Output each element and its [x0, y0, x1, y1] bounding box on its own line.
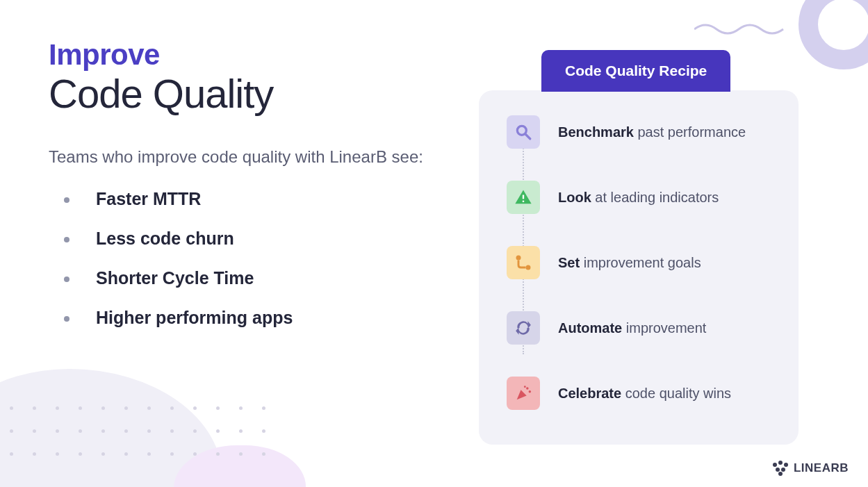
- brand-text: LINEARB: [794, 461, 849, 475]
- alert-icon: [507, 181, 540, 214]
- step-text: Celebrate code quality wins: [558, 386, 731, 402]
- svg-point-6: [526, 387, 529, 390]
- svg-rect-2: [523, 195, 524, 199]
- recipe-step: Look at leading indicators: [507, 181, 773, 214]
- svg-point-7: [529, 390, 532, 393]
- svg-point-8: [524, 386, 526, 388]
- decorative-dots: [10, 406, 265, 456]
- step-text: Automate improvement: [558, 320, 706, 336]
- recipe-step: Set improvement goals: [507, 246, 773, 279]
- heading-subtext: Teams who improve code quality with Line…: [49, 146, 424, 168]
- list-item: Less code churn: [79, 229, 424, 249]
- recipe-card: Code Quality Recipe Benchmark past perfo…: [479, 90, 799, 445]
- svg-point-5: [526, 265, 531, 270]
- heading-eyebrow: Improve: [49, 38, 424, 72]
- route-icon: [507, 246, 540, 279]
- magnify-icon: [507, 115, 540, 149]
- recipe-step: Automate improvement: [507, 311, 773, 345]
- recipe-tab: Code Quality Recipe: [541, 50, 730, 92]
- confetti-icon: [507, 377, 540, 410]
- svg-line-1: [525, 134, 530, 139]
- recipe-step: Benchmark past performance: [507, 115, 773, 149]
- recipe-steps: Benchmark past performance Look at leadi…: [479, 90, 799, 410]
- decorative-wave: [694, 22, 785, 36]
- recipe-step: Celebrate code quality wins: [507, 377, 773, 410]
- list-item: Faster MTTR: [79, 189, 424, 209]
- list-item: Higher performing apps: [79, 308, 424, 328]
- brand-mark: LINEARB: [773, 461, 849, 476]
- svg-rect-3: [523, 201, 524, 202]
- benefits-list: Faster MTTR Less code churn Shorter Cycl…: [49, 189, 424, 328]
- left-column: Improve Code Quality Teams who improve c…: [49, 38, 424, 347]
- svg-point-4: [516, 256, 521, 261]
- sync-icon: [507, 311, 540, 345]
- step-text: Set improvement goals: [558, 255, 701, 271]
- linearb-logo-icon: [773, 461, 788, 476]
- list-item: Shorter Cycle Time: [79, 268, 424, 288]
- step-text: Look at leading indicators: [558, 190, 719, 206]
- decorative-ring: [799, 0, 868, 69]
- step-text: Benchmark past performance: [558, 124, 746, 140]
- page-title: Code Quality: [49, 70, 424, 117]
